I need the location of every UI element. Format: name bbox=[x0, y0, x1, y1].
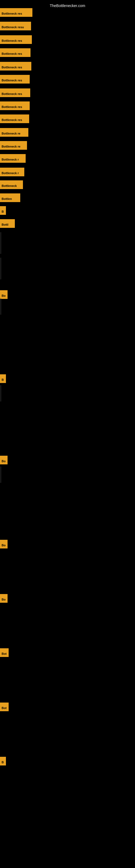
bottleneck-item-18[interactable]: Bo bbox=[0, 290, 8, 299]
bottleneck-item-3[interactable]: Bottleneck res bbox=[0, 35, 32, 44]
bottleneck-item-8[interactable]: Bottleneck res bbox=[0, 101, 30, 110]
bottleneck-item-15[interactable]: Bottlen bbox=[0, 193, 20, 202]
bottleneck-item-16[interactable]: B bbox=[0, 206, 6, 215]
bottleneck-item-19[interactable]: B bbox=[0, 374, 6, 383]
vertical-line-3 bbox=[1, 299, 1, 315]
bottleneck-item-6[interactable]: Bottleneck res bbox=[0, 75, 30, 84]
bottleneck-item-24[interactable]: Bot bbox=[0, 703, 9, 711]
vertical-line-4 bbox=[1, 385, 1, 401]
bottleneck-item-10[interactable]: Bottleneck re bbox=[0, 128, 28, 137]
bottleneck-item-2[interactable]: Bottleneck resu bbox=[0, 22, 31, 30]
vertical-line-1 bbox=[1, 232, 1, 254]
bottleneck-item-17[interactable]: Bottl bbox=[0, 219, 15, 228]
bottleneck-item-14[interactable]: Bottleneck bbox=[0, 180, 23, 189]
bottleneck-item-1[interactable]: Bottleneck res bbox=[0, 8, 32, 17]
bottleneck-item-11[interactable]: Bottleneck re bbox=[0, 141, 27, 150]
bottleneck-item-9[interactable]: Bottleneck res bbox=[0, 115, 29, 123]
bottleneck-item-21[interactable]: Bo bbox=[0, 540, 8, 549]
vertical-line-2 bbox=[1, 258, 1, 279]
vertical-line-5 bbox=[1, 467, 1, 483]
bottleneck-item-12[interactable]: Bottleneck r bbox=[0, 154, 26, 163]
bottleneck-item-5[interactable]: Bottleneck res bbox=[0, 62, 31, 70]
bottleneck-item-20[interactable]: Bo bbox=[0, 456, 8, 464]
bottleneck-item-4[interactable]: Bottleneck res bbox=[0, 48, 31, 57]
bottleneck-item-23[interactable]: Bot bbox=[0, 648, 9, 657]
bottleneck-item-22[interactable]: Bo bbox=[0, 594, 8, 603]
bottleneck-item-25[interactable]: B bbox=[0, 757, 6, 766]
bottleneck-item-7[interactable]: Bottleneck res bbox=[0, 88, 30, 97]
bottleneck-item-13[interactable]: Bottleneck r bbox=[0, 167, 24, 176]
